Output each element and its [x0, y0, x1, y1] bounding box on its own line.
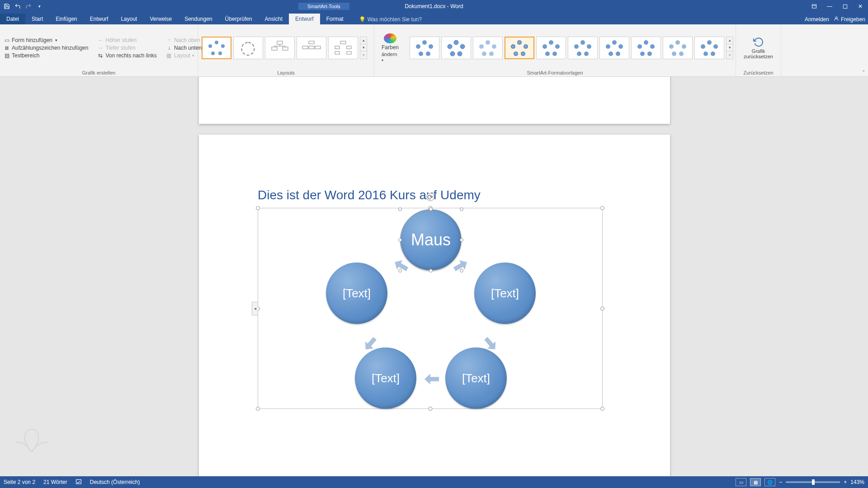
view-print-layout[interactable]: ▦: [750, 478, 761, 486]
collapse-ribbon-button[interactable]: ⌃: [862, 70, 865, 75]
tab-start[interactable]: Start: [25, 14, 49, 24]
status-page[interactable]: Seite 2 von 2: [4, 479, 35, 485]
style-gallery-more[interactable]: ▴▾▿: [726, 37, 733, 59]
style-thumb-6[interactable]: [568, 37, 598, 59]
view-web-layout[interactable]: 🌐: [764, 478, 775, 486]
text-pane-button[interactable]: ▤Textbereich: [4, 52, 88, 59]
demote-label: Tiefer stufen: [105, 45, 135, 51]
tab-sendungen[interactable]: Sendungen: [178, 14, 218, 24]
reset-graphic-button[interactable]: Grafik zurücksetzen: [740, 35, 777, 61]
tab-layout[interactable]: Layout: [114, 14, 143, 24]
zoom-slider-thumb[interactable]: [812, 479, 815, 485]
node-handle[interactable]: [398, 207, 402, 211]
style-thumb-5[interactable]: [536, 37, 566, 59]
node-handle[interactable]: [429, 269, 433, 272]
svg-point-74: [701, 44, 705, 49]
scroll-down-icon[interactable]: ▾: [360, 44, 367, 52]
status-bar: Seite 2 von 2 21 Wörter Deutsch (Österre…: [0, 476, 868, 488]
tab-verweise[interactable]: Verweise: [143, 14, 178, 24]
smartart-node-5[interactable]: [Text]: [445, 347, 507, 409]
undo-icon[interactable]: [14, 2, 22, 10]
rtl-button[interactable]: ⇆Von rechts nach links: [97, 52, 156, 59]
style-thumb-2[interactable]: [441, 37, 471, 59]
svg-point-45: [549, 40, 553, 45]
node-handle[interactable]: [398, 269, 402, 272]
text-pane-toggle[interactable]: ◂: [252, 302, 258, 315]
zoom-in-button[interactable]: +: [844, 479, 847, 485]
node-handle[interactable]: [429, 207, 433, 211]
tab-ansicht[interactable]: Ansicht: [259, 14, 289, 24]
share-button[interactable]: Freigeben: [834, 16, 865, 23]
layout-thumb-1[interactable]: [202, 37, 231, 59]
minimize-icon[interactable]: —: [822, 0, 837, 13]
node-handle[interactable]: [398, 238, 402, 242]
layout-dropdown-button: ▦Layout ▾: [166, 52, 202, 59]
add-shape-button[interactable]: ▭Form hinzufügen ▾: [4, 37, 88, 43]
resize-handle-mr[interactable]: [600, 306, 604, 310]
promote-label: Höher stufen: [105, 37, 137, 43]
layout-thumb-3[interactable]: [265, 37, 295, 59]
tab-einfuegen[interactable]: Einfügen: [49, 14, 83, 24]
tab-ueberpruefen[interactable]: Überprüfen: [219, 14, 259, 24]
tell-me-search[interactable]: 💡 Was möchten Sie tun?: [359, 16, 422, 24]
style-thumb-7[interactable]: [599, 37, 629, 59]
status-language[interactable]: Deutsch (Österreich): [90, 479, 140, 485]
scroll-up-icon[interactable]: ▴: [726, 37, 733, 44]
status-word-count[interactable]: 21 Wörter: [43, 479, 67, 485]
layout-thumb-5[interactable]: [328, 37, 358, 59]
chevron-down-icon: ▾: [55, 38, 57, 42]
view-read-mode[interactable]: ▭: [736, 478, 746, 486]
layout-gallery-more[interactable]: ▴▾▿: [360, 37, 367, 59]
smartart-node-2[interactable]: [Text]: [326, 263, 387, 324]
tab-datei[interactable]: Datei: [0, 14, 25, 24]
save-icon[interactable]: [3, 2, 11, 10]
ribbon-display-options-icon[interactable]: [807, 0, 822, 13]
style-thumb-10[interactable]: [694, 37, 724, 59]
resize-handle-br[interactable]: [600, 407, 604, 411]
document-area[interactable]: Dies ist der Word 2016 Kurs auf Udemy ⟳ …: [0, 77, 868, 476]
style-thumb-1[interactable]: [410, 37, 439, 59]
tab-smartart-entwurf[interactable]: Entwurf: [289, 14, 320, 24]
style-thumb-9[interactable]: [663, 37, 693, 59]
zoom-slider[interactable]: [786, 481, 840, 483]
resize-handle-tl[interactable]: [256, 206, 260, 210]
layout-thumb-4[interactable]: [297, 37, 326, 59]
node-handle[interactable]: [460, 269, 463, 272]
move-down-button[interactable]: ↓Nach unten: [166, 45, 202, 51]
smartart-node-1[interactable]: Maus: [400, 209, 462, 271]
resize-handle-bl[interactable]: [256, 407, 260, 411]
style-thumb-8[interactable]: [631, 37, 661, 59]
qat-customize-icon[interactable]: ▾: [35, 2, 43, 10]
tab-entwurf[interactable]: Entwurf: [84, 14, 115, 24]
add-bullet-button[interactable]: ≣Aufzählungszeichen hinzufügen: [4, 45, 88, 51]
smartart-node-4[interactable]: [Text]: [355, 347, 416, 409]
maximize-icon[interactable]: [837, 0, 853, 13]
style-thumb-4[interactable]: [505, 37, 534, 59]
redo-icon[interactable]: [24, 2, 33, 10]
smartart-node-3[interactable]: [Text]: [474, 263, 536, 324]
rotate-handle[interactable]: ⟳: [426, 193, 434, 201]
layout-thumb-2[interactable]: [233, 37, 263, 59]
tab-smartart-format[interactable]: Format: [320, 14, 350, 24]
close-icon[interactable]: ✕: [853, 0, 868, 13]
style-thumb-3[interactable]: [473, 37, 503, 59]
svg-point-55: [612, 40, 617, 45]
page-heading[interactable]: Dies ist der Word 2016 Kurs auf Udemy: [258, 188, 481, 202]
resize-handle-tr[interactable]: [600, 206, 604, 210]
zoom-out-button[interactable]: −: [779, 479, 782, 485]
change-colors-button[interactable]: Farben ändern ▾: [378, 32, 402, 64]
svg-point-60: [644, 40, 648, 45]
scroll-up-icon[interactable]: ▴: [360, 37, 367, 44]
group-layouts: ▴▾▿ Layouts: [198, 24, 374, 76]
smartart-frame[interactable]: ⟳ ◂ Maus: [258, 208, 603, 409]
expand-gallery-icon[interactable]: ▿: [726, 52, 733, 58]
svg-point-50: [580, 40, 585, 45]
scroll-down-icon[interactable]: ▾: [726, 44, 733, 52]
node-handle[interactable]: [460, 207, 463, 211]
sign-in-link[interactable]: Anmelden: [805, 16, 829, 23]
node-handle[interactable]: [460, 238, 463, 242]
expand-gallery-icon[interactable]: ▿: [360, 52, 367, 58]
zoom-level[interactable]: 143%: [850, 479, 864, 485]
proofing-icon[interactable]: [75, 479, 82, 486]
resize-handle-bc[interactable]: [428, 407, 432, 411]
